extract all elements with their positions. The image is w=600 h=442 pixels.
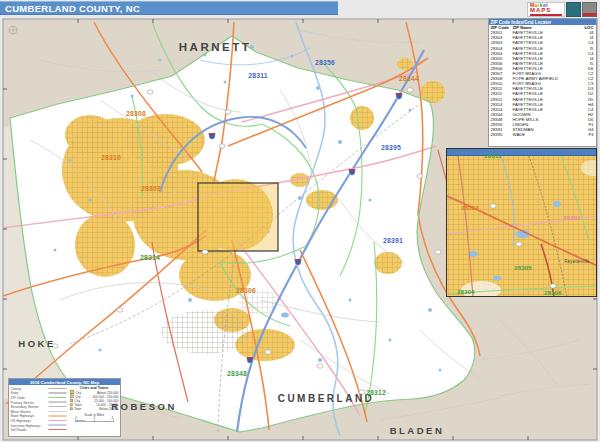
legend-item-label: Primary Streets [11,400,34,404]
legend-city-label: City [75,399,81,403]
zip-index-rows: 28301FAYETTEVILLEJ428303FAYETTEVILLEI428… [489,30,596,137]
legend-city-item: TownBelow 10,000 [70,407,119,411]
downtown-inset-panel: Fayetteville [446,148,597,297]
city-size-icon [70,395,74,399]
legend-line-sample-icon [49,429,67,430]
legend-item-label: Toll Roads [11,428,27,432]
legend-cities-header: Cities and Towns [70,386,119,390]
legend-line-items: CountyStateZIP CodePrimary StreetsSecond… [11,386,67,432]
legend-city-label: Town [74,403,81,407]
zip-index-cell: F3 [582,132,595,137]
logo-square-icon [582,2,597,17]
legend-item-label: State [11,391,19,395]
city-size-icon [70,390,74,394]
legend-city-range: Above 250,000 [97,390,119,394]
legend-item: Toll Roads [11,427,67,432]
legend-line-sample-icon [49,425,67,426]
legend-cities-column: Cities and Towns CityAbove 250,000City10… [67,386,119,432]
zip-index-cell: 28395 [491,132,513,137]
legend-city-range: Below 10,000 [99,407,118,411]
legend-line-sample-icon [49,420,67,421]
legend-line-sample-icon [49,415,67,416]
marketmaps-logo: Market MAPS [527,2,597,17]
legend-line-sample-icon [49,411,67,412]
legend-item-label: Minor Streets [11,410,31,414]
legend-item-label: Secondary Streets [11,405,39,409]
legend-item-label: US Highways [11,419,31,423]
city-size-icon [70,403,73,406]
inset-title-bar: Fayetteville [447,149,596,156]
legend-scale-label: Scale in Miles [70,412,119,416]
map-title-bar: CUMBERLAND COUNTY, NC [0,1,338,15]
logo-word-maps: MAPS [530,8,562,13]
legend-item-label: County [11,387,22,391]
legend-item-label: State Highways [11,414,35,418]
legend-line-sample-icon [49,406,67,407]
legend-scale-bar: 024 [75,416,113,422]
logo-red-bar [530,14,562,17]
legend-line-sample-icon [49,397,67,398]
legend-panel: 2016 Cumberland County, NC Map CountySta… [8,378,121,437]
legend-city-label: City [76,390,82,394]
logo-square-icon [566,2,581,17]
legend-city-label: City [75,395,81,399]
zip-index-panel: ZIP Code Index/Grid Locator ZIP CodeZIP … [488,18,597,147]
legend-city-range: 10,000 - 25,000 [96,403,118,407]
inset-map [447,156,596,297]
legend-item-label: ZIP Code [11,396,25,400]
legend-city-label: Town [74,407,81,411]
legend-city-range: 100,000 - 250,000 [93,395,119,399]
city-size-icon [70,408,72,410]
inset-locator-rectangle [198,183,278,251]
logo-wordmark: Market MAPS [527,2,565,17]
legend-item-label: Interstate Highways [11,423,41,427]
legend-city-range: 25,000 - 100,000 [94,399,118,403]
zip-index-cell: WADE [513,132,582,137]
legend-line-sample-icon [49,392,67,393]
legend-line-sample-icon [49,402,67,403]
legend-line-sample-icon [49,388,67,389]
city-size-icon [70,399,73,402]
zip-index-row: 28395WADEF3 [489,132,596,137]
